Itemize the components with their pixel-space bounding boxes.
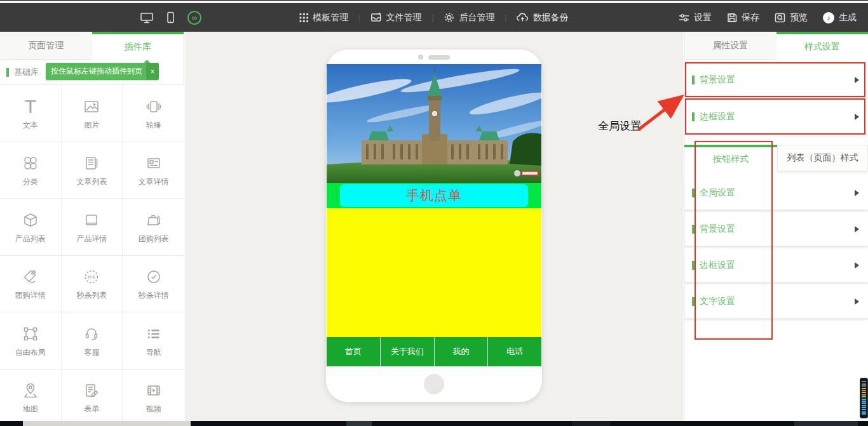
- section-background-settings[interactable]: 背景设置: [684, 63, 868, 97]
- annotation-arrow: [634, 90, 691, 135]
- tab-label: 属性设置: [712, 40, 748, 51]
- device-toggle-group: ∞: [140, 11, 201, 25]
- section-marker: [692, 189, 695, 197]
- section-border-settings[interactable]: 边框设置: [684, 100, 868, 134]
- hero-image[interactable]: [327, 64, 541, 183]
- plugin-customer-service[interactable]: 客服: [62, 312, 123, 369]
- plugin-article-detail[interactable]: 文章详情: [123, 142, 184, 199]
- preview-button[interactable]: 预览: [775, 12, 808, 23]
- nav-list-icon: [145, 323, 163, 345]
- home-button[interactable]: [424, 374, 444, 394]
- save-button[interactable]: 保存: [727, 12, 759, 23]
- tab-plugin-library[interactable]: 插件库: [92, 32, 184, 60]
- carousel-icon: [145, 96, 163, 117]
- section-global-settings[interactable]: 全局设置: [684, 176, 868, 210]
- tab-attribute-settings[interactable]: 属性设置: [684, 32, 776, 60]
- text-icon: T: [25, 96, 36, 117]
- form-icon: [83, 380, 100, 401]
- desktop-preview-icon[interactable]: [140, 12, 154, 23]
- phone-screen: 手机点单 首页 关于我们 我的 电话: [327, 64, 541, 381]
- menu-data-backup[interactable]: 数据备份: [517, 12, 569, 23]
- tab-label: 样式设置: [804, 41, 840, 53]
- section-button-background-settings[interactable]: 背景设置: [684, 213, 868, 246]
- topbar: ∞ 模板管理 | 文件管理 | 后台管理 | 数据备份: [0, 3, 868, 32]
- plugin-category[interactable]: 分类: [0, 142, 62, 199]
- scrollbar-shade: [572, 421, 610, 426]
- plugin-navigation[interactable]: 导航: [123, 312, 184, 369]
- phone-bottom-nav: 首页 关于我们 我的 电话: [327, 337, 541, 366]
- content-placeholder[interactable]: [327, 208, 541, 337]
- chevron-right-icon: [855, 114, 859, 120]
- plugin-carousel[interactable]: 轮播: [123, 85, 184, 142]
- plugin-text[interactable]: T 文本: [0, 85, 62, 142]
- menu-backend-manage[interactable]: 后台管理: [444, 12, 495, 23]
- phone-speaker: [326, 55, 542, 60]
- nav-mine[interactable]: 我的: [435, 337, 489, 366]
- plugin-panel: 页面管理 插件库 基础库 按住鼠标左键拖动插件到页 × T 文本 图片: [0, 32, 184, 426]
- free-layout-icon: [22, 323, 39, 345]
- plugin-free-layout[interactable]: 自由布局: [0, 312, 62, 369]
- section-marker: [692, 261, 695, 270]
- chevron-right-icon: [855, 190, 859, 196]
- tab-page-manage[interactable]: 页面管理: [0, 32, 92, 60]
- divider: |: [505, 13, 507, 22]
- close-icon[interactable]: ×: [146, 63, 159, 80]
- tab-button-style[interactable]: 按钮样式: [684, 145, 777, 171]
- section-marker: [692, 76, 695, 84]
- plugin-map[interactable]: 地图: [0, 369, 62, 426]
- plugin-groupbuy-detail[interactable]: 团购详情: [0, 256, 62, 313]
- hscroll-thumb[interactable]: [23, 421, 191, 426]
- topbar-menu: 模板管理 | 文件管理 | 后台管理 | 数据备份: [299, 12, 568, 23]
- nav-home[interactable]: 首页: [327, 337, 381, 366]
- section-button-border-settings[interactable]: 边框设置: [684, 249, 868, 283]
- section-marker: [6, 68, 9, 77]
- tab-label: 页面管理: [28, 40, 64, 51]
- link-icon[interactable]: ∞: [187, 11, 201, 25]
- plugin-video[interactable]: 视频: [123, 369, 184, 426]
- article-detail-icon: [145, 152, 163, 174]
- plugin-grid: T 文本 图片 轮播 分类: [0, 84, 184, 426]
- action-label: 生成: [839, 12, 857, 23]
- order-button[interactable]: 手机点单: [340, 184, 528, 207]
- nav-about[interactable]: 关于我们: [381, 337, 435, 366]
- scrollbar-shade: [794, 421, 858, 426]
- menu-file-manage[interactable]: 文件管理: [370, 12, 421, 23]
- plugin-product-detail[interactable]: 产品详情: [62, 199, 123, 256]
- category-icon: [22, 152, 39, 174]
- menu-label: 模板管理: [313, 12, 348, 23]
- left-panel-tabs: 页面管理 插件库: [0, 32, 184, 60]
- seckill-detail-icon: [145, 266, 163, 288]
- mobile-preview-icon[interactable]: [166, 11, 175, 23]
- generate-button[interactable]: ♪ 生成: [823, 12, 857, 23]
- button-strip: 手机点单: [327, 183, 541, 208]
- style-sub-tabs: 按钮样式 列表（页面）样式: [684, 145, 868, 171]
- plugin-seckill-list[interactable]: 秒杀 秒杀列表: [62, 256, 123, 313]
- section-marker: [692, 112, 695, 121]
- drag-hint-tooltip: 按住鼠标左键拖动插件到页 ×: [46, 63, 159, 80]
- settings-button[interactable]: 设置: [679, 12, 712, 23]
- product-detail-icon: [83, 210, 100, 231]
- action-label: 保存: [742, 12, 759, 23]
- divider: |: [358, 13, 360, 22]
- menu-label: 后台管理: [459, 12, 495, 23]
- menu-template-manage[interactable]: 模板管理: [299, 12, 348, 23]
- headset-icon: [83, 323, 100, 345]
- tab-list-page-style[interactable]: 列表（页面）样式: [777, 145, 868, 171]
- preview-magnifier-icon: [775, 13, 785, 23]
- section-marker: [692, 297, 695, 306]
- tooltip-text: 按住鼠标左键拖动插件到页: [51, 66, 142, 77]
- plugin-image[interactable]: 图片: [62, 85, 123, 142]
- plugin-form[interactable]: 表单: [62, 369, 123, 426]
- tab-label: 列表（页面）样式: [787, 152, 858, 164]
- nav-phone[interactable]: 电话: [488, 337, 541, 366]
- tab-style-settings[interactable]: 样式设置: [776, 32, 868, 60]
- topbar-actions: 设置 保存 预览 ♪ 生成: [679, 12, 857, 23]
- right-panel-tabs: 属性设置 样式设置: [684, 32, 868, 60]
- section-text-settings[interactable]: 文字设置: [684, 285, 868, 319]
- plugin-seckill-detail[interactable]: 秒杀详情: [123, 256, 184, 313]
- plugin-article-list[interactable]: 文章列表: [62, 142, 123, 199]
- plugin-product-list[interactable]: 产品列表: [0, 199, 62, 256]
- divider: |: [431, 13, 433, 22]
- app-root: ∞ 模板管理 | 文件管理 | 后台管理 | 数据备份: [0, 0, 868, 426]
- plugin-groupbuy-list[interactable]: 团购列表: [123, 199, 184, 256]
